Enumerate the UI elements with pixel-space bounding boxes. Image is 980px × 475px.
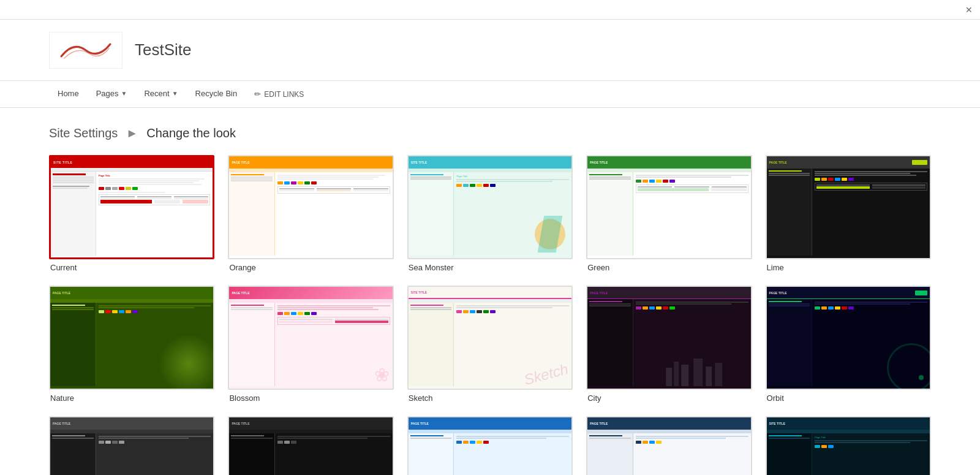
breadcrumb-parent[interactable]: Site Settings: [49, 126, 118, 140]
theme-city[interactable]: PAGE TITLE: [586, 286, 752, 403]
site-header: TestSite: [0, 20, 980, 81]
nav-pages[interactable]: Pages ▼: [88, 81, 136, 108]
theme-teal[interactable]: SITE TITLE Page Title: [766, 416, 931, 475]
breadcrumb: Site Settings ► Change the look: [49, 126, 931, 140]
theme-dark[interactable]: PAGE TITLE: [49, 416, 214, 475]
top-bar: ✕: [0, 0, 980, 20]
theme-label-lime: Lime: [766, 263, 931, 272]
theme-label-blossom: Blossom: [228, 393, 393, 403]
theme-orange[interactable]: PAGE TITLE: [228, 155, 393, 272]
breadcrumb-current: Change the look: [146, 126, 236, 140]
theme-black[interactable]: PAGE TITLE: [228, 416, 393, 475]
theme-orbit[interactable]: PAGE TITLE: [766, 286, 931, 403]
theme-label-green: Green: [586, 263, 752, 272]
theme-label-sketch: Sketch: [407, 393, 573, 403]
theme-label-city: City: [586, 393, 752, 403]
nav-recent[interactable]: Recent ▼: [135, 81, 186, 108]
svg-rect-2: [681, 365, 688, 386]
theme-label-seamonster: Sea Monster: [407, 263, 573, 272]
theme-label-current: Current: [49, 263, 214, 272]
theme-label-orange: Orange: [228, 263, 393, 272]
edit-links-button[interactable]: ✏ EDIT LINKS: [246, 89, 312, 99]
svg-rect-3: [693, 359, 703, 386]
close-icon[interactable]: ✕: [965, 5, 973, 15]
nav-home[interactable]: Home: [49, 81, 88, 108]
svg-rect-5: [715, 363, 722, 386]
theme-blue[interactable]: PAGE TITLE: [407, 416, 573, 475]
theme-green[interactable]: PAGE TITLE: [586, 155, 752, 272]
breadcrumb-separator: ►: [126, 126, 141, 140]
nav-recycle-bin[interactable]: Recycle Bin: [187, 81, 246, 108]
theme-label-orbit: Orbit: [766, 393, 931, 403]
site-logo: [49, 32, 123, 69]
svg-rect-4: [706, 367, 712, 386]
pencil-icon: ✏: [254, 89, 261, 99]
pages-dropdown-icon: ▼: [121, 90, 127, 97]
theme-navy[interactable]: PAGE TITLE: [586, 416, 752, 475]
themes-grid: SITE TITLE: [49, 155, 931, 475]
navigation-bar: Home Pages ▼ Recent ▼ Recycle Bin ✏ EDIT…: [0, 81, 980, 108]
recent-dropdown-icon: ▼: [172, 90, 178, 97]
site-title: TestSite: [135, 40, 192, 59]
theme-seamonster[interactable]: SITE TITLE Page Title: [407, 155, 573, 272]
theme-current[interactable]: SITE TITLE: [49, 155, 214, 272]
svg-rect-0: [666, 368, 672, 386]
theme-blossom[interactable]: PAGE TITLE: [228, 286, 393, 403]
theme-label-nature: Nature: [49, 393, 214, 403]
svg-rect-1: [674, 362, 679, 386]
theme-lime[interactable]: PAGE TITLE: [766, 155, 931, 272]
theme-nature[interactable]: PAGE TITLE: [49, 286, 214, 403]
theme-sketch[interactable]: SITE TITLE: [407, 286, 573, 403]
page-content: Site Settings ► Change the look SITE TIT…: [0, 108, 980, 475]
